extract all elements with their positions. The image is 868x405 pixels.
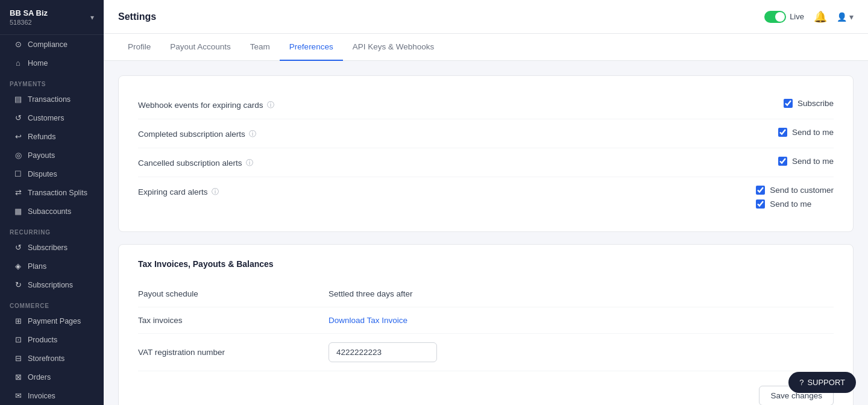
payments-section-label: PAYMENTS — [0, 72, 104, 90]
tab-payout-accounts[interactable]: Payout Accounts — [160, 34, 241, 61]
sidebar-item-label: Subaccounts — [28, 207, 71, 216]
sidebar-item-payment-pages[interactable]: ⊞ Payment Pages — [4, 312, 100, 330]
products-icon: ⊡ — [13, 335, 23, 344]
compliance-icon: ⊙ — [13, 40, 23, 49]
vat-label: VAT registration number — [138, 348, 319, 357]
webhook-events-label: Webhook events for expiring cards ⓘ — [138, 99, 784, 110]
sidebar-item-label: Invoices — [28, 392, 55, 400]
user-avatar-icon: 👤 — [837, 12, 847, 22]
send-to-me-expiring-label: Send to me — [770, 199, 811, 209]
support-label: SUPPORT — [807, 378, 845, 387]
webhook-events-control: Subscribe — [784, 99, 834, 108]
tax-invoices-label: Tax invoices — [138, 316, 319, 325]
download-tax-invoice-link[interactable]: Download Tax Invoice — [329, 316, 834, 325]
payouts-icon: ◎ — [13, 151, 23, 160]
topbar-right: Live 🔔 👤 ▾ — [764, 10, 854, 24]
send-to-me-expiring-checkbox[interactable] — [756, 199, 765, 209]
send-to-customer-checkbox[interactable] — [756, 186, 765, 195]
user-chevron-icon: ▾ — [849, 12, 854, 22]
brand-name: BB SA Biz — [10, 8, 48, 17]
recurring-section-label: RECURRING — [0, 221, 104, 238]
sidebar-item-label: Subscribers — [28, 243, 68, 252]
send-to-me-completed-checkbox[interactable] — [778, 128, 787, 137]
sidebar-item-disputes[interactable]: ☐ Disputes — [4, 165, 100, 183]
subscribe-label: Subscribe — [797, 99, 834, 108]
support-button[interactable]: ? SUPPORT — [788, 372, 856, 393]
tab-api-keys[interactable]: API Keys & Webhooks — [343, 34, 444, 61]
sidebar-item-customers[interactable]: ↺ Customers — [4, 109, 100, 127]
expiring-card-label: Expiring card alerts ⓘ — [138, 186, 756, 197]
send-to-me-completed-label: Send to me — [792, 128, 834, 137]
sidebar-item-label: Disputes — [28, 170, 57, 178]
sidebar-item-orders[interactable]: ⊠ Orders — [4, 368, 100, 386]
tax-card: Tax Invoices, Payouts & Balances Payout … — [118, 244, 854, 405]
tab-profile[interactable]: Profile — [118, 34, 160, 61]
live-toggle[interactable] — [764, 11, 786, 23]
sidebar-item-label: Compliance — [28, 40, 68, 49]
payout-schedule-row: Payout schedule Settled three days after — [138, 281, 834, 307]
vat-input[interactable] — [329, 342, 437, 362]
brand-chevron-icon: ▾ — [90, 13, 94, 22]
orders-icon: ⊠ — [13, 372, 23, 381]
cancelled-subscription-label: Cancelled subscription alerts ⓘ — [138, 157, 778, 168]
sidebar-item-transaction-splits[interactable]: ⇄ Transaction Splits — [4, 184, 100, 201]
sidebar-item-subscribers[interactable]: ↺ Subscribers — [4, 239, 100, 256]
tabs-bar: Profile Payout Accounts Team Preferences… — [104, 34, 868, 61]
notifications-icon[interactable]: 🔔 — [814, 10, 827, 24]
topbar: Settings Live 🔔 👤 ▾ — [104, 0, 868, 34]
sidebar-item-payouts[interactable]: ◎ Payouts — [4, 146, 100, 164]
tab-team[interactable]: Team — [241, 34, 280, 61]
send-to-me-expiring-row[interactable]: Send to me — [756, 199, 834, 209]
send-to-me-cancelled-row[interactable]: Send to me — [778, 157, 834, 166]
user-menu-button[interactable]: 👤 ▾ — [837, 12, 854, 22]
notifications-card: Webhook events for expiring cards ⓘ Subs… — [118, 75, 854, 232]
customers-icon: ↺ — [13, 113, 23, 122]
save-row: Save changes — [138, 371, 834, 405]
main-area: Settings Live 🔔 👤 ▾ Profile Payout Accou… — [104, 0, 868, 405]
brand-id: 518362 — [10, 19, 48, 26]
tax-section-title: Tax Invoices, Payouts & Balances — [138, 259, 834, 269]
expiring-card-info-icon[interactable]: ⓘ — [212, 187, 219, 197]
send-to-me-completed-row[interactable]: Send to me — [778, 128, 834, 137]
sidebar-item-invoices[interactable]: ✉ Invoices — [4, 387, 100, 404]
topbar-left: Settings — [118, 11, 156, 22]
live-badge[interactable]: Live — [764, 11, 804, 23]
toggle-knob — [775, 12, 785, 22]
sidebar-item-refunds[interactable]: ↩ Refunds — [4, 128, 100, 145]
tab-preferences[interactable]: Preferences — [280, 34, 343, 61]
webhook-events-row: Webhook events for expiring cards ⓘ Subs… — [138, 90, 834, 119]
sidebar-item-label: Transactions — [28, 95, 71, 104]
sidebar-item-subaccounts[interactable]: ▦ Subaccounts — [4, 202, 100, 220]
expiring-card-row: Expiring card alerts ⓘ Send to customer … — [138, 177, 834, 217]
completed-sub-info-icon[interactable]: ⓘ — [249, 129, 256, 139]
brand-header[interactable]: BB SA Biz 518362 ▾ — [0, 0, 104, 35]
sidebar-item-label: Payment Pages — [28, 317, 81, 325]
sidebar-item-subscriptions[interactable]: ↻ Subscriptions — [4, 276, 100, 294]
sidebar-item-label: Transaction Splits — [28, 189, 87, 197]
webhook-info-icon[interactable]: ⓘ — [267, 100, 274, 110]
send-to-me-cancelled-label: Send to me — [792, 157, 834, 166]
sidebar-item-label: Payouts — [28, 151, 55, 160]
invoices-icon: ✉ — [13, 391, 23, 400]
sidebar-item-compliance[interactable]: ⊙ Compliance — [4, 36, 100, 53]
sidebar-item-label: Products — [28, 336, 57, 344]
sidebar-item-label: Home — [28, 59, 48, 68]
subscribe-checkbox[interactable] — [784, 99, 793, 108]
subaccounts-icon: ▦ — [13, 207, 23, 216]
transaction-splits-icon: ⇄ — [13, 188, 23, 197]
send-to-customer-row[interactable]: Send to customer — [756, 186, 834, 195]
sidebar-item-label: Customers — [28, 114, 64, 122]
sidebar-item-home[interactable]: ⌂ Home — [4, 54, 100, 72]
brand-text: BB SA Biz 518362 — [10, 8, 48, 26]
cancelled-sub-info-icon[interactable]: ⓘ — [246, 158, 253, 168]
sidebar-item-storefronts[interactable]: ⊟ Storefronts — [4, 350, 100, 367]
payment-pages-icon: ⊞ — [13, 316, 23, 325]
sidebar: BB SA Biz 518362 ▾ ⊙ Compliance ⌂ Home P… — [0, 0, 104, 405]
storefronts-icon: ⊟ — [13, 354, 23, 363]
send-to-me-cancelled-checkbox[interactable] — [778, 157, 787, 166]
tax-invoices-row: Tax invoices Download Tax Invoice — [138, 307, 834, 334]
sidebar-item-products[interactable]: ⊡ Products — [4, 331, 100, 348]
sidebar-item-transactions[interactable]: ▤ Transactions — [4, 90, 100, 108]
sidebar-item-plans[interactable]: ◈ Plans — [4, 257, 100, 275]
subscribe-checkbox-row[interactable]: Subscribe — [784, 99, 834, 108]
